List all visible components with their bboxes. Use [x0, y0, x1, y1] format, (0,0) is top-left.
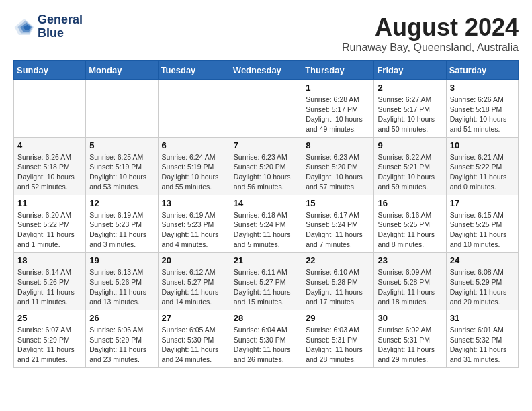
calendar-cell: 23Sunrise: 6:09 AM Sunset: 5:28 PM Dayli…	[374, 253, 446, 310]
calendar-cell: 6Sunrise: 6:24 AM Sunset: 5:19 PM Daylig…	[158, 137, 230, 195]
weekday-header: Thursday	[302, 61, 374, 80]
day-info: Sunrise: 6:11 AM Sunset: 5:27 PM Dayligh…	[234, 267, 298, 307]
calendar-body: 1Sunrise: 6:28 AM Sunset: 5:17 PM Daylig…	[14, 80, 519, 368]
day-number: 3	[450, 83, 515, 93]
day-number: 24	[450, 255, 515, 265]
day-number: 17	[450, 198, 515, 208]
day-number: 9	[378, 140, 442, 150]
logo-line2: Blue	[38, 27, 83, 40]
calendar-cell: 1Sunrise: 6:28 AM Sunset: 5:17 PM Daylig…	[302, 80, 374, 138]
calendar-table: SundayMondayTuesdayWednesdayThursdayFrid…	[13, 60, 519, 368]
day-number: 30	[378, 313, 442, 323]
day-number: 18	[17, 255, 82, 265]
day-number: 21	[234, 255, 298, 265]
calendar-cell: 24Sunrise: 6:08 AM Sunset: 5:29 PM Dayli…	[446, 253, 518, 310]
day-info: Sunrise: 6:02 AM Sunset: 5:31 PM Dayligh…	[378, 325, 442, 365]
day-number: 28	[234, 313, 298, 323]
day-info: Sunrise: 6:20 AM Sunset: 5:22 PM Dayligh…	[17, 210, 82, 250]
calendar-cell: 31Sunrise: 6:01 AM Sunset: 5:32 PM Dayli…	[446, 310, 518, 368]
day-number: 2	[378, 83, 442, 93]
day-number: 7	[234, 140, 298, 150]
calendar-cell: 2Sunrise: 6:27 AM Sunset: 5:17 PM Daylig…	[374, 80, 446, 138]
weekday-header: Tuesday	[158, 61, 230, 80]
day-number: 26	[89, 313, 154, 323]
calendar-cell: 4Sunrise: 6:26 AM Sunset: 5:18 PM Daylig…	[14, 137, 86, 195]
weekday-header: Monday	[86, 61, 158, 80]
calendar-cell: 14Sunrise: 6:18 AM Sunset: 5:24 PM Dayli…	[230, 195, 302, 253]
day-info: Sunrise: 6:07 AM Sunset: 5:29 PM Dayligh…	[17, 325, 82, 365]
calendar-cell	[14, 80, 86, 138]
day-info: Sunrise: 6:19 AM Sunset: 5:23 PM Dayligh…	[89, 210, 154, 250]
weekday-header: Wednesday	[230, 61, 302, 80]
calendar-cell	[230, 80, 302, 138]
calendar-cell: 27Sunrise: 6:05 AM Sunset: 5:30 PM Dayli…	[158, 310, 230, 368]
calendar-cell: 18Sunrise: 6:14 AM Sunset: 5:26 PM Dayli…	[14, 253, 86, 310]
page-header: General Blue August 2024 Runaway Bay, Qu…	[13, 13, 519, 54]
day-info: Sunrise: 6:13 AM Sunset: 5:26 PM Dayligh…	[89, 267, 154, 307]
calendar-cell	[86, 80, 158, 138]
day-info: Sunrise: 6:19 AM Sunset: 5:23 PM Dayligh…	[162, 210, 226, 250]
calendar-cell: 25Sunrise: 6:07 AM Sunset: 5:29 PM Dayli…	[14, 310, 86, 368]
weekday-row: SundayMondayTuesdayWednesdayThursdayFrid…	[14, 61, 519, 80]
day-number: 8	[306, 140, 370, 150]
day-info: Sunrise: 6:03 AM Sunset: 5:31 PM Dayligh…	[306, 325, 370, 365]
calendar-week-row: 18Sunrise: 6:14 AM Sunset: 5:26 PM Dayli…	[14, 253, 519, 310]
day-info: Sunrise: 6:09 AM Sunset: 5:28 PM Dayligh…	[378, 267, 442, 307]
day-number: 14	[234, 198, 298, 208]
day-info: Sunrise: 6:23 AM Sunset: 5:20 PM Dayligh…	[306, 152, 370, 192]
day-info: Sunrise: 6:15 AM Sunset: 5:25 PM Dayligh…	[450, 210, 515, 250]
month-year: August 2024	[342, 13, 519, 42]
day-info: Sunrise: 6:26 AM Sunset: 5:18 PM Dayligh…	[450, 95, 515, 134]
calendar-cell: 21Sunrise: 6:11 AM Sunset: 5:27 PM Dayli…	[230, 253, 302, 310]
day-info: Sunrise: 6:17 AM Sunset: 5:24 PM Dayligh…	[306, 210, 370, 250]
day-number: 19	[89, 255, 154, 265]
day-number: 27	[162, 313, 226, 323]
day-number: 16	[378, 198, 442, 208]
day-number: 11	[17, 198, 82, 208]
calendar-cell: 19Sunrise: 6:13 AM Sunset: 5:26 PM Dayli…	[86, 253, 158, 310]
day-info: Sunrise: 6:26 AM Sunset: 5:18 PM Dayligh…	[17, 152, 82, 192]
day-info: Sunrise: 6:04 AM Sunset: 5:30 PM Dayligh…	[234, 325, 298, 365]
calendar-cell: 15Sunrise: 6:17 AM Sunset: 5:24 PM Dayli…	[302, 195, 374, 253]
day-info: Sunrise: 6:01 AM Sunset: 5:32 PM Dayligh…	[450, 325, 515, 365]
weekday-header: Sunday	[14, 61, 86, 80]
calendar-cell: 29Sunrise: 6:03 AM Sunset: 5:31 PM Dayli…	[302, 310, 374, 368]
day-number: 10	[450, 140, 515, 150]
day-number: 13	[162, 198, 226, 208]
calendar-cell: 22Sunrise: 6:10 AM Sunset: 5:28 PM Dayli…	[302, 253, 374, 310]
day-info: Sunrise: 6:16 AM Sunset: 5:25 PM Dayligh…	[378, 210, 442, 250]
calendar-cell: 28Sunrise: 6:04 AM Sunset: 5:30 PM Dayli…	[230, 310, 302, 368]
day-info: Sunrise: 6:10 AM Sunset: 5:28 PM Dayligh…	[306, 267, 370, 307]
calendar-cell: 17Sunrise: 6:15 AM Sunset: 5:25 PM Dayli…	[446, 195, 518, 253]
calendar-cell: 5Sunrise: 6:25 AM Sunset: 5:19 PM Daylig…	[86, 137, 158, 195]
calendar-cell: 13Sunrise: 6:19 AM Sunset: 5:23 PM Dayli…	[158, 195, 230, 253]
day-info: Sunrise: 6:28 AM Sunset: 5:17 PM Dayligh…	[306, 95, 370, 134]
day-number: 31	[450, 313, 515, 323]
logo-icon	[13, 16, 35, 38]
location: Runaway Bay, Queensland, Australia	[342, 42, 519, 54]
day-info: Sunrise: 6:18 AM Sunset: 5:24 PM Dayligh…	[234, 210, 298, 250]
day-number: 5	[89, 140, 154, 150]
day-number: 15	[306, 198, 370, 208]
calendar-cell: 9Sunrise: 6:22 AM Sunset: 5:21 PM Daylig…	[374, 137, 446, 195]
calendar-week-row: 4Sunrise: 6:26 AM Sunset: 5:18 PM Daylig…	[14, 137, 519, 195]
day-info: Sunrise: 6:06 AM Sunset: 5:29 PM Dayligh…	[89, 325, 154, 365]
calendar-cell: 26Sunrise: 6:06 AM Sunset: 5:29 PM Dayli…	[86, 310, 158, 368]
day-info: Sunrise: 6:12 AM Sunset: 5:27 PM Dayligh…	[162, 267, 226, 307]
day-info: Sunrise: 6:05 AM Sunset: 5:30 PM Dayligh…	[162, 325, 226, 365]
calendar-cell: 8Sunrise: 6:23 AM Sunset: 5:20 PM Daylig…	[302, 137, 374, 195]
day-info: Sunrise: 6:24 AM Sunset: 5:19 PM Dayligh…	[162, 152, 226, 192]
calendar-cell: 10Sunrise: 6:21 AM Sunset: 5:22 PM Dayli…	[446, 137, 518, 195]
calendar-cell: 11Sunrise: 6:20 AM Sunset: 5:22 PM Dayli…	[14, 195, 86, 253]
day-info: Sunrise: 6:08 AM Sunset: 5:29 PM Dayligh…	[450, 267, 515, 307]
day-info: Sunrise: 6:23 AM Sunset: 5:20 PM Dayligh…	[234, 152, 298, 192]
calendar-week-row: 1Sunrise: 6:28 AM Sunset: 5:17 PM Daylig…	[14, 80, 519, 138]
calendar-cell: 7Sunrise: 6:23 AM Sunset: 5:20 PM Daylig…	[230, 137, 302, 195]
day-info: Sunrise: 6:27 AM Sunset: 5:17 PM Dayligh…	[378, 95, 442, 134]
day-number: 20	[162, 255, 226, 265]
day-info: Sunrise: 6:25 AM Sunset: 5:19 PM Dayligh…	[89, 152, 154, 192]
day-number: 12	[89, 198, 154, 208]
calendar-cell: 12Sunrise: 6:19 AM Sunset: 5:23 PM Dayli…	[86, 195, 158, 253]
day-number: 1	[306, 83, 370, 93]
calendar-cell: 20Sunrise: 6:12 AM Sunset: 5:27 PM Dayli…	[158, 253, 230, 310]
